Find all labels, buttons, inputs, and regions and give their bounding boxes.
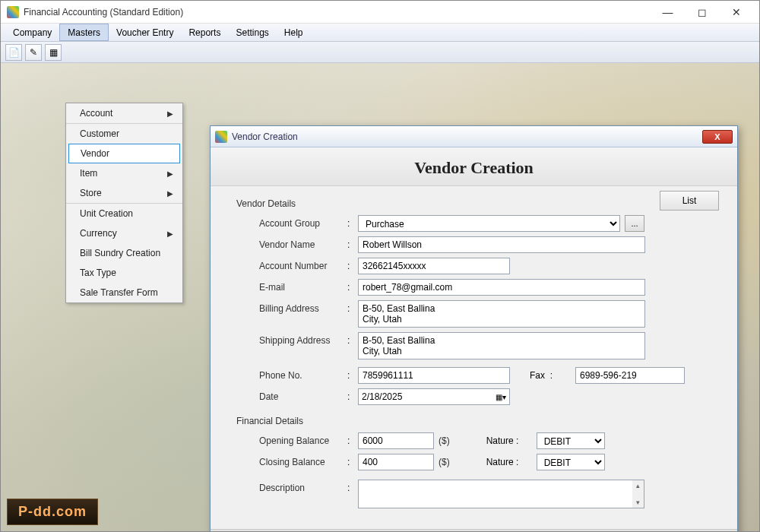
window-controls: — ◻ ✕ (651, 2, 753, 23)
dropdown-sale-transfer[interactable]: Sale Transfer Form (66, 283, 182, 302)
dialog-heading: Vendor Creation (211, 158, 737, 178)
dropdown-customer[interactable]: Customer (66, 124, 182, 144)
nature-label: Nature : (486, 457, 537, 467)
calendar-dropdown-icon[interactable]: ▦▾ (485, 393, 506, 401)
dialog-header: Vendor Creation (211, 147, 737, 186)
fax-input[interactable] (575, 367, 685, 384)
opening-nature-select[interactable]: DEBIT (537, 432, 605, 449)
scroll-up-icon[interactable]: ▴ (636, 482, 640, 489)
description-input[interactable] (358, 480, 633, 508)
shipping-address-input[interactable]: B-50, East Ballina City, Utah (358, 332, 645, 359)
menu-settings[interactable]: Settings (228, 24, 276, 41)
vendor-details-label: Vendor Details (236, 198, 719, 209)
menu-company[interactable]: Company (5, 24, 59, 41)
dropdown-label: Currency (80, 228, 117, 239)
chevron-right-icon: ▶ (167, 169, 173, 178)
currency-symbol: ($) (439, 457, 450, 467)
phone-input[interactable] (358, 367, 510, 384)
masters-dropdown: Account▶ Customer Vendor Item▶ Store▶ Un… (65, 103, 183, 303)
toolbar-calendar-icon[interactable]: ▦ (45, 44, 62, 61)
account-number-label: Account Number (236, 261, 347, 271)
dropdown-label: Account (80, 108, 112, 119)
vendor-name-label: Vendor Name (236, 239, 347, 250)
dropdown-bill-sundry[interactable]: Bill Sundry Creation (66, 243, 182, 263)
chevron-right-icon: ▶ (167, 230, 173, 238)
account-number-input[interactable] (358, 258, 510, 274)
dropdown-label: Customer (80, 128, 119, 139)
menu-help[interactable]: Help (277, 24, 311, 41)
date-picker[interactable]: ▦▾ (358, 388, 510, 405)
chevron-right-icon: ▶ (167, 109, 173, 118)
dropdown-label: Tax Type (80, 268, 116, 278)
dialog-footer: Add Save Cancel Edit Delete Exit (211, 529, 737, 531)
dropdown-label: Bill Sundry Creation (80, 248, 160, 258)
date-input[interactable] (362, 391, 485, 402)
menubar: Company Masters Voucher Entry Reports Se… (1, 24, 759, 42)
app-window: Financial Accounting (Standard Edition) … (0, 0, 760, 532)
dropdown-label: Vendor (81, 148, 109, 159)
dropdown-label: Sale Transfer Form (80, 287, 158, 298)
textarea-scrollbar[interactable]: ▴▾ (632, 480, 644, 508)
vendor-name-input[interactable] (358, 236, 645, 253)
nature-label: Nature : (486, 435, 537, 446)
shipping-address-label: Shipping Address (236, 332, 347, 346)
dialog-title: Vendor Creation (232, 131, 702, 142)
dropdown-label: Store (80, 188, 102, 198)
closing-balance-label: Closing Balance (236, 457, 347, 467)
billing-address-input[interactable]: B-50, East Ballina City, Utah (358, 300, 645, 328)
dropdown-unit-creation[interactable]: Unit Creation (66, 204, 182, 223)
dropdown-currency[interactable]: Currency▶ (66, 223, 182, 243)
close-button[interactable]: ✕ (719, 2, 753, 23)
opening-balance-input[interactable] (358, 432, 434, 449)
toolbar: 📄 ✎ ▦ (1, 42, 759, 63)
date-label: Date (236, 391, 347, 402)
dialog-titlebar: Vendor Creation X (211, 126, 737, 147)
phone-label: Phone No. (236, 370, 347, 381)
financial-details-label: Financial Details (236, 416, 719, 426)
email-label: E-mail (236, 282, 347, 293)
account-group-select[interactable]: Purchase (358, 215, 620, 232)
watermark: P-dd.com (7, 499, 98, 525)
maximize-button[interactable]: ◻ (685, 2, 719, 23)
dropdown-item[interactable]: Item▶ (66, 163, 182, 183)
dropdown-label: Unit Creation (80, 208, 133, 219)
list-button[interactable]: List (660, 191, 719, 211)
dropdown-store[interactable]: Store▶ (66, 183, 182, 204)
dialog-body: List Vendor Details Account Group: Purch… (211, 186, 737, 529)
vendor-creation-dialog: Vendor Creation X Vendor Creation List V… (210, 125, 738, 531)
dialog-close-button[interactable]: X (702, 130, 733, 144)
scroll-down-icon[interactable]: ▾ (636, 499, 640, 506)
workspace: Account▶ Customer Vendor Item▶ Store▶ Un… (1, 63, 759, 531)
dropdown-label: Item (80, 168, 97, 179)
toolbar-new-icon[interactable]: 📄 (5, 44, 22, 61)
description-label: Description (236, 480, 347, 493)
menu-reports[interactable]: Reports (181, 24, 228, 41)
closing-nature-select[interactable]: DEBIT (537, 454, 605, 470)
chevron-right-icon: ▶ (167, 189, 173, 198)
menu-voucher-entry[interactable]: Voucher Entry (109, 24, 181, 41)
opening-balance-label: Opening Balance (236, 435, 347, 446)
billing-address-label: Billing Address (236, 300, 347, 314)
app-icon (7, 6, 19, 18)
account-group-label: Account Group (236, 218, 347, 229)
email-input[interactable] (358, 279, 645, 296)
dialog-icon (215, 131, 227, 143)
window-title: Financial Accounting (Standard Edition) (24, 7, 651, 17)
toolbar-edit-icon[interactable]: ✎ (25, 44, 42, 61)
titlebar: Financial Accounting (Standard Edition) … (1, 1, 759, 24)
account-group-more-button[interactable]: ... (625, 215, 644, 232)
dropdown-vendor[interactable]: Vendor (68, 144, 180, 163)
dropdown-tax-type[interactable]: Tax Type (66, 263, 182, 283)
menu-masters[interactable]: Masters (59, 24, 109, 41)
minimize-button[interactable]: — (651, 2, 685, 23)
dropdown-account[interactable]: Account▶ (66, 103, 182, 124)
fax-label: Fax : (530, 370, 575, 381)
currency-symbol: ($) (439, 435, 450, 446)
closing-balance-input[interactable] (358, 454, 434, 470)
